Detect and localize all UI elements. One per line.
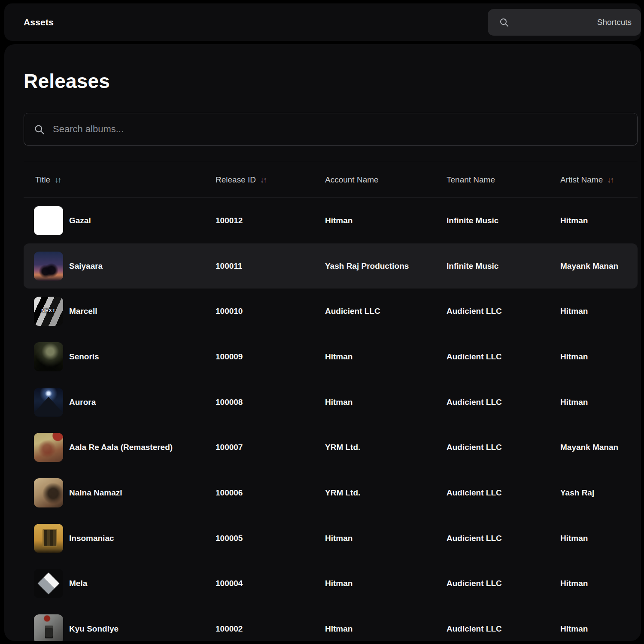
nav-assets-label: Assets: [24, 3, 54, 41]
table-row[interactable]: Insomaniac 100005 Hitman Audicient LLC H…: [24, 516, 638, 561]
release-title: Mela: [69, 579, 87, 588]
artist-name: Mayank Manan: [560, 443, 638, 452]
title-cell: Aurora: [24, 388, 216, 417]
title-cell: Naina Namazi: [24, 478, 216, 507]
album-art-thumbnail: [34, 342, 63, 371]
release-id: 100004: [216, 579, 325, 588]
tenant-name: Audicient LLC: [447, 488, 560, 498]
title-cell: NEXT Marcell: [24, 297, 216, 326]
tenant-name: Audicient LLC: [447, 443, 560, 452]
table-row[interactable]: Naina Namazi 100006 YRM Ltd. Audicient L…: [24, 470, 638, 516]
table-row[interactable]: Aurora 100008 Hitman Audicient LLC Hitma…: [24, 380, 638, 425]
column-header-title[interactable]: Title ↓↑: [24, 175, 216, 185]
tenant-name: Audicient LLC: [447, 534, 560, 543]
release-title: Saiyaara: [69, 261, 103, 271]
release-id: 100007: [216, 443, 325, 452]
artist-name: Hitman: [560, 624, 638, 634]
column-header-label: Artist Name: [560, 175, 603, 185]
search-input[interactable]: [52, 123, 629, 135]
table-row[interactable]: Gazal 100012 Hitman Infinite Music Hitma…: [24, 198, 638, 243]
album-art-thumbnail: [34, 433, 63, 462]
release-title: Senoris: [69, 352, 99, 361]
artist-name: Mayank Manan: [560, 261, 638, 271]
global-search-button[interactable]: Shortcuts: [488, 9, 641, 36]
table-body: Gazal 100012 Hitman Infinite Music Hitma…: [24, 198, 638, 641]
release-title: Aala Re Aala (Remastered): [69, 443, 173, 452]
title-cell: Gazal: [24, 206, 216, 235]
title-cell: Kyu Sondiye: [24, 614, 216, 641]
account-name: Hitman: [325, 352, 447, 361]
column-header-label: Release ID: [216, 175, 256, 185]
title-cell: Senoris: [24, 342, 216, 371]
sort-icon: ↓↑: [607, 176, 613, 185]
search-icon: [499, 17, 509, 27]
album-art-thumbnail: [34, 252, 63, 281]
table-header: Title ↓↑ Release ID ↓↑ Account Name Tena…: [24, 162, 638, 198]
tenant-name: Audicient LLC: [447, 307, 560, 316]
album-art-thumbnail: [34, 478, 63, 507]
release-id: 100009: [216, 352, 325, 361]
table-row[interactable]: Saiyaara 100011 Yash Raj Productions Inf…: [24, 243, 638, 289]
page-title: Releases: [24, 69, 638, 93]
releases-panel: Releases Title ↓↑ Release ID ↓↑ Account …: [4, 44, 641, 641]
release-title: Insomaniac: [69, 534, 114, 543]
column-header-label: Account Name: [325, 175, 379, 185]
artist-name: Hitman: [560, 216, 638, 225]
table-row[interactable]: Mela 100004 Hitman Audicient LLC Hitman: [24, 561, 638, 607]
artist-name: Hitman: [560, 534, 638, 543]
release-title: Aurora: [69, 398, 96, 407]
tenant-name: Audicient LLC: [447, 398, 560, 407]
account-name: Hitman: [325, 398, 447, 407]
title-cell: Insomaniac: [24, 524, 216, 553]
tenant-name: Audicient LLC: [447, 624, 560, 634]
release-id: 100010: [216, 307, 325, 316]
column-header-account-name: Account Name: [325, 175, 447, 185]
column-header-tenant-name: Tenant Name: [447, 175, 560, 185]
release-title: Naina Namazi: [69, 488, 122, 498]
account-name: Hitman: [325, 216, 447, 225]
artist-name: Hitman: [560, 579, 638, 588]
account-name: Yash Raj Productions: [325, 261, 447, 271]
column-header-release-id[interactable]: Release ID ↓↑: [216, 175, 325, 185]
sort-icon: ↓↑: [55, 176, 61, 185]
top-bar: Assets Shortcuts: [4, 3, 641, 41]
table-row[interactable]: Senoris 100009 Hitman Audicient LLC Hitm…: [24, 334, 638, 380]
release-id: 100002: [216, 624, 325, 634]
table-row[interactable]: Aala Re Aala (Remastered) 100007 YRM Ltd…: [24, 425, 638, 470]
account-name: Hitman: [325, 624, 447, 634]
artist-name: Hitman: [560, 398, 638, 407]
release-id: 100008: [216, 398, 325, 407]
table-row[interactable]: Kyu Sondiye 100002 Hitman Audicient LLC …: [24, 606, 638, 641]
tenant-name: Infinite Music: [447, 216, 560, 225]
shortcuts-label: Shortcuts: [597, 18, 632, 27]
account-name: Hitman: [325, 579, 447, 588]
artist-name: Hitman: [560, 352, 638, 361]
album-art-thumbnail: [34, 614, 63, 641]
release-title: Marcell: [69, 307, 97, 316]
tenant-name: Infinite Music: [447, 261, 560, 271]
release-id: 100012: [216, 216, 325, 225]
search-icon: [33, 124, 45, 135]
table-row[interactable]: NEXT Marcell 100010 Audicient LLC Audici…: [24, 289, 638, 334]
release-id: 100006: [216, 488, 325, 498]
album-art-thumbnail: NEXT: [34, 297, 63, 326]
column-header-label: Tenant Name: [447, 175, 495, 185]
title-cell: Aala Re Aala (Remastered): [24, 433, 216, 462]
title-cell: Saiyaara: [24, 252, 216, 281]
album-art-thumbnail: [34, 569, 63, 598]
album-art-thumbnail: [34, 206, 63, 235]
album-art-text: NEXT: [34, 308, 63, 313]
artist-name: Hitman: [560, 307, 638, 316]
release-id: 100005: [216, 534, 325, 543]
column-header-label: Title: [35, 175, 50, 185]
column-header-artist-name[interactable]: Artist Name ↓↑: [560, 175, 638, 185]
account-name: YRM Ltd.: [325, 488, 447, 498]
account-name: Audicient LLC: [325, 307, 447, 316]
title-cell: Mela: [24, 569, 216, 598]
artist-name: Yash Raj: [560, 488, 638, 498]
app: { "topbar": { "title": "Assets", "shortc…: [0, 0, 644, 644]
tenant-name: Audicient LLC: [447, 352, 560, 361]
tenant-name: Audicient LLC: [447, 579, 560, 588]
album-search-box: [24, 113, 638, 146]
sort-icon: ↓↑: [260, 176, 266, 185]
